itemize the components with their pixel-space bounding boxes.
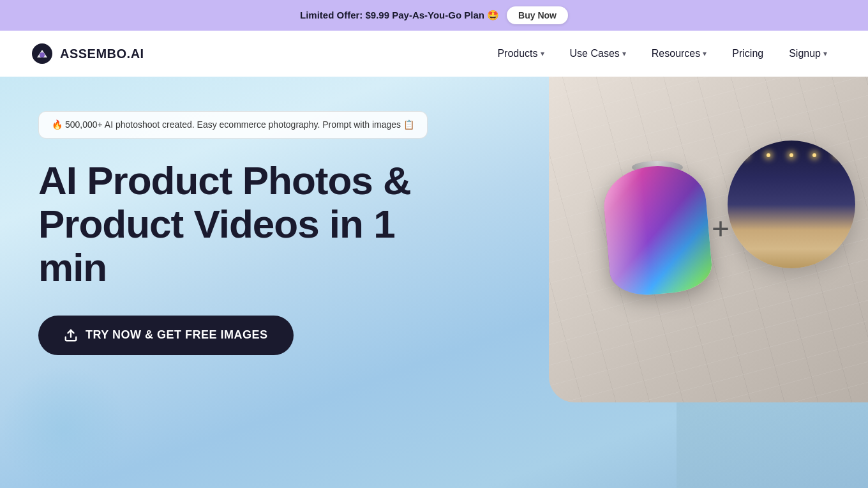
- logo-text: ASSEMBO.AI: [60, 47, 144, 61]
- light-5: [835, 153, 839, 157]
- hero-badge-text: 🔥 500,000+ AI photoshoot created. Easy e…: [52, 118, 414, 132]
- resources-chevron-icon: ▾: [703, 49, 707, 58]
- hero-heading-line2: Product Videos in 1: [38, 202, 395, 246]
- products-chevron-icon: ▾: [541, 49, 544, 58]
- hero-badge: 🔥 500,000+ AI photoshoot created. Easy e…: [38, 111, 428, 139]
- nav-products-label: Products: [497, 48, 537, 59]
- svg-point-1: [40, 52, 45, 57]
- nav-pricing-label: Pricing: [732, 48, 763, 59]
- restaurant-scene: [728, 141, 855, 268]
- top-banner: Limited Offer: $9.99 Pay-As-You-Go Plan …: [0, 0, 868, 31]
- nav-item-use-cases[interactable]: Use Cases ▾: [560, 43, 636, 65]
- nav-use-cases-label: Use Cases: [570, 48, 620, 59]
- plus-sign: +: [712, 211, 730, 246]
- nav-links: Products ▾ Use Cases ▾ Resources ▾ Prici…: [487, 43, 837, 65]
- hero-heading: AI Product Photos & Product Videos in 1 …: [38, 159, 460, 290]
- hero-heading-line1: AI Product Photos &: [38, 158, 411, 202]
- buy-now-button[interactable]: Buy Now: [507, 6, 568, 24]
- hero-section: 🔥 500,000+ AI photoshoot created. Easy e…: [0, 77, 868, 488]
- use-cases-chevron-icon: ▾: [622, 49, 626, 58]
- restaurant-lights: [728, 153, 855, 157]
- logo-link[interactable]: ASSEMBO.AI: [31, 42, 144, 65]
- nav-item-resources[interactable]: Resources ▾: [641, 43, 717, 65]
- light-1: [744, 153, 747, 157]
- hero-heading-line3: min: [38, 245, 107, 289]
- can-body: [601, 162, 714, 298]
- nav-resources-label: Resources: [652, 48, 700, 59]
- light-3: [789, 153, 793, 157]
- nav-signup-label: Signup: [789, 48, 821, 59]
- light-4: [812, 153, 816, 157]
- restaurant-image: [728, 141, 855, 268]
- hero-left-content: 🔥 500,000+ AI photoshoot created. Easy e…: [38, 92, 460, 355]
- upload-icon: [64, 328, 78, 342]
- banner-offer-text: Limited Offer: $9.99 Pay-As-You-Go Plan …: [300, 10, 499, 21]
- logo-icon: [31, 42, 54, 65]
- nav-item-pricing[interactable]: Pricing: [722, 43, 774, 65]
- navbar: ASSEMBO.AI Products ▾ Use Cases ▾ Resour…: [0, 31, 868, 77]
- signup-chevron-icon: ▾: [823, 49, 827, 58]
- hero-right-visual: +: [549, 77, 868, 402]
- nav-signup[interactable]: Signup ▾: [779, 43, 837, 65]
- light-2: [767, 153, 770, 157]
- try-now-button[interactable]: TRY NOW & GET FREE IMAGES: [38, 316, 294, 355]
- nav-item-products[interactable]: Products ▾: [487, 43, 554, 65]
- try-now-label: TRY NOW & GET FREE IMAGES: [86, 328, 268, 342]
- bottom-orb: [0, 365, 128, 488]
- hero-image-background: +: [549, 77, 868, 402]
